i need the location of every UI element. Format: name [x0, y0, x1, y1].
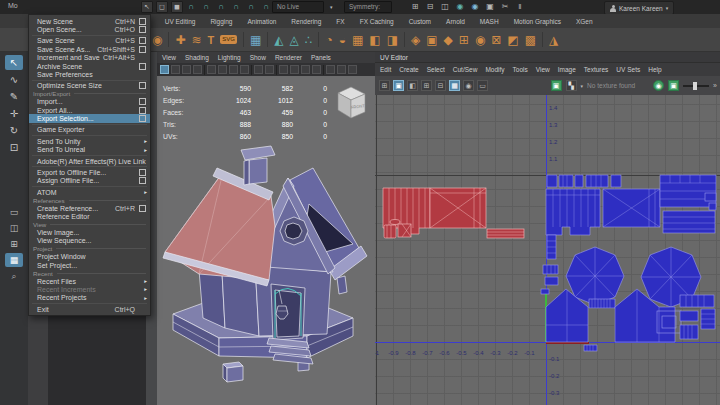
live-surface-field[interactable]: No Live Surface [272, 1, 324, 13]
viewport-toolbar-icon[interactable] [326, 65, 335, 74]
menu-item[interactable]: Project ▸ [29, 245, 150, 253]
image-icon[interactable]: ▣ [551, 80, 562, 91]
viewport-menu-item[interactable]: Shading [185, 54, 209, 61]
refresh-icon[interactable]: ◉ [653, 80, 664, 91]
snap-magnet-icon[interactable]: ∩ [201, 2, 211, 12]
option-box[interactable] [139, 37, 146, 44]
uv-toolbar-icon[interactable]: ⊞ [421, 80, 432, 91]
menu-item[interactable]: Save Preferences ▸ [29, 70, 150, 78]
shelf-icon[interactable]: ◔ [325, 29, 332, 51]
viewport-toolbar-icon[interactable] [229, 65, 238, 74]
tool-icon[interactable]: ∿ [5, 72, 23, 87]
uv-menu-item[interactable]: View [536, 66, 550, 73]
shelf-icon[interactable]: ◆ [444, 29, 453, 51]
shelf-icon[interactable]: ◩ [507, 29, 518, 51]
shelf-icon[interactable] [243, 32, 244, 47]
status-icon[interactable]: ▣ [485, 2, 495, 12]
tool-icon[interactable]: ◫ [5, 221, 23, 235]
shelf-icon[interactable]: ◮ [549, 29, 558, 51]
user-account-button[interactable]: Kareen Kareen ▾ [604, 1, 674, 15]
option-box[interactable] [139, 46, 146, 53]
shelf-icon[interactable] [267, 32, 268, 47]
selection-mask-icon[interactable]: ◼ [171, 1, 183, 13]
menu-item[interactable]: Assign Offline File... ▸ [29, 177, 150, 185]
status-icon[interactable]: ◫ [440, 2, 450, 12]
shelf-tab[interactable]: Rendering [291, 18, 321, 25]
option-box[interactable] [139, 82, 146, 89]
menu-item[interactable]: Optimize Scene Size ▸ [29, 82, 150, 90]
uv-menu-item[interactable]: Edit [380, 66, 391, 73]
snap-magnet-icon[interactable]: ∩ [186, 2, 196, 12]
tool-icon[interactable]: ↖ [5, 55, 23, 70]
shelf-tab[interactable]: Rigging [210, 18, 232, 25]
menu-item[interactable]: Export All... ▸ [29, 106, 150, 114]
shelf-icon[interactable]: ▦ [352, 29, 363, 51]
menu-item[interactable]: Exit Ctrl+Q ▸ [29, 305, 150, 313]
shelf-icon[interactable] [542, 32, 543, 47]
menu-item[interactable]: Save Scene As... Ctrl+Shift+S ▸ [29, 45, 150, 53]
tool-icon[interactable]: ⊞ [5, 237, 23, 251]
menu-item[interactable]: Adobe(R) After Effects(R) Live Link ▸ [29, 157, 150, 165]
shelf-icon[interactable] [168, 32, 169, 47]
menuset-selector[interactable]: Mo [8, 2, 18, 9]
shelf-icon[interactable]: ≋ [192, 29, 202, 51]
option-box[interactable] [139, 18, 146, 25]
menu-item[interactable]: Reference Editor ▸ [29, 212, 150, 220]
viewport-toolbar-icon[interactable] [193, 65, 202, 74]
menu-item[interactable]: Export Selection... ▸ [29, 114, 150, 122]
shelf-icon[interactable]: ⊠ [491, 29, 501, 51]
tool-icon[interactable]: ⊡ [5, 140, 23, 155]
uv-menu-item[interactable]: Create [399, 66, 419, 73]
viewport-menu-item[interactable]: Lighting [218, 54, 241, 61]
viewport-toolbar-icon[interactable] [251, 65, 252, 75]
viewport-toolbar-icon[interactable] [240, 65, 249, 74]
menu-item[interactable]: Set Project... ▸ [29, 261, 150, 269]
menu-item[interactable]: Open Scene... Ctrl+O ▸ [29, 25, 150, 33]
shelf-tab[interactable]: Motion Graphics [514, 18, 561, 25]
menu-item[interactable]: Project Window ▸ [29, 253, 150, 261]
viewport-toolbar-icon[interactable] [312, 65, 321, 74]
option-box[interactable] [139, 98, 146, 105]
uv-toolbar-icon[interactable]: ◧ [407, 80, 418, 91]
viewport-toolbar-icon[interactable] [218, 65, 227, 74]
menu-item[interactable]: Export to Offline File... ▸ [29, 168, 150, 176]
shelf-tab[interactable]: XGen [576, 18, 593, 25]
shelf-tab[interactable]: MASH [480, 18, 499, 25]
viewport-toolbar-icon[interactable] [160, 65, 169, 74]
viewport-canvas[interactable]: Verts: 590 582 0 Edges: 1024 1012 0 Face… [157, 76, 375, 405]
option-box[interactable] [139, 26, 146, 33]
shelf-icon[interactable]: ▦ [250, 29, 261, 51]
status-icon[interactable]: ‖ [515, 2, 525, 12]
viewport-menu-item[interactable]: Renderer [275, 54, 302, 61]
shelf-icon[interactable]: ▣ [426, 29, 437, 51]
menu-item[interactable]: View Image... ▸ [29, 228, 150, 236]
tool-icon[interactable]: ✛ [5, 106, 23, 121]
menu-item[interactable]: References ▸ [29, 197, 150, 205]
uv-menu-item[interactable]: UV Sets [616, 66, 640, 73]
viewport-toolbar-icon[interactable] [182, 65, 191, 74]
viewport-toolbar-icon[interactable] [290, 65, 299, 74]
status-icon[interactable]: ◉ [470, 2, 480, 12]
viewport-toolbar-icon[interactable] [348, 65, 357, 74]
snap-magnet-icon[interactable]: ∩ [261, 2, 271, 12]
status-icon[interactable]: ◉ [455, 2, 465, 12]
selection-mask-icon[interactable]: ◻ [156, 1, 168, 13]
viewport-toolbar-icon[interactable] [254, 65, 263, 74]
shelf-icon[interactable]: SVG [220, 35, 237, 44]
menu-item[interactable]: Game Exporter ▸ [29, 126, 150, 134]
shelf-icon[interactable]: ◨ [387, 29, 398, 51]
menu-item[interactable]: Recent Files ▸ [29, 277, 150, 285]
menu-item[interactable]: Save Scene Ctrl+S ▸ [29, 37, 150, 45]
uv-toolbar-icon[interactable]: ⊞ [379, 80, 390, 91]
shelf-icon[interactable]: ▩ [525, 29, 536, 51]
shelf-icon[interactable]: ◬ [290, 29, 299, 51]
option-box[interactable] [139, 107, 146, 114]
menu-item[interactable]: Archive Scene ▸ [29, 62, 150, 70]
viewport-toolbar-icon[interactable] [204, 65, 205, 75]
tool-icon[interactable]: ↻ [5, 123, 23, 138]
shelf-tab[interactable]: Arnold [446, 18, 465, 25]
menu-item[interactable]: View Sequence... ▸ [29, 237, 150, 245]
shelf-tab[interactable]: Animation [247, 18, 276, 25]
viewport-toolbar-icon[interactable] [276, 65, 277, 75]
chevron-down-icon[interactable]: ▾ [581, 83, 584, 89]
